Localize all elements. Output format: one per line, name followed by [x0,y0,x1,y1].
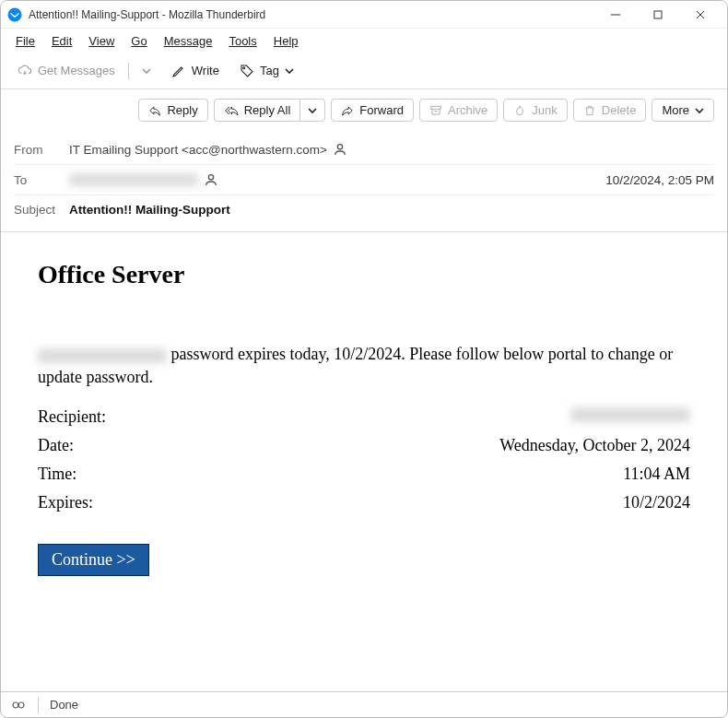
from-row: From IT Emailing Support <acc@northwaste… [14,136,714,162]
reply-icon [148,104,161,117]
message-body: Office Server password expires today, 10… [1,232,727,620]
from-label: From [14,143,69,157]
info-expires: Expires: 10/2/2024 [38,493,690,512]
archive-button[interactable]: Archive [419,99,498,122]
divider [128,63,129,79]
forward-icon [341,104,354,117]
reply-all-group: Reply All [214,99,326,122]
subject-label: Subject [14,203,69,217]
chevron-down-icon [308,106,317,115]
thunderbird-icon [6,6,23,23]
contact-icon [333,142,347,157]
svg-rect-2 [654,11,662,18]
menu-message[interactable]: Message [157,30,220,52]
menu-tools[interactable]: Tools [221,30,264,52]
expires-value: 10/2/2024 [623,493,690,512]
divider [14,164,714,165]
svg-point-8 [208,175,213,180]
svg-rect-6 [431,106,441,109]
status-text: Done [50,698,78,712]
divider [38,697,39,713]
more-label: More [662,103,689,117]
download-cloud-icon [18,64,32,78]
menu-view[interactable]: View [81,30,122,52]
maximize-button[interactable] [637,1,679,29]
tag-icon [240,64,254,78]
write-button[interactable]: Write [164,60,227,82]
recipient-label: Recipient: [38,407,106,427]
menu-help[interactable]: Help [266,30,306,52]
svg-point-7 [337,145,342,149]
message-action-bar: Reply Reply All Forward Archive Junk Del… [1,89,727,131]
status-bar: Done [1,691,727,717]
to-value[interactable] [69,172,605,187]
forward-button[interactable]: Forward [331,99,414,122]
minimize-button[interactable] [594,1,637,29]
tag-button[interactable]: Tag [232,60,301,82]
time-label: Time: [38,465,76,484]
time-value: 11:04 AM [623,465,690,484]
reply-all-label: Reply All [244,103,291,117]
archive-icon [429,104,442,117]
trash-icon [583,104,596,117]
to-row: To 10/2/2024, 2:05 PM [14,167,714,193]
titlebar: Attention!! Mailing-Support - Mozilla Th… [1,1,727,29]
reply-button[interactable]: Reply [138,99,207,122]
info-recipient: Recipient: [38,407,690,427]
app-window: Attention!! Mailing-Support - Mozilla Th… [0,0,728,718]
reply-all-icon [224,104,239,117]
forward-label: Forward [359,103,404,117]
get-messages-button[interactable]: Get Messages [10,60,123,82]
redacted-recipient [69,173,198,186]
contact-icon [204,172,218,187]
close-button[interactable] [679,1,722,29]
redacted-username [38,348,167,363]
delete-button[interactable]: Delete [573,99,647,122]
svg-point-0 [8,7,22,21]
junk-button[interactable]: Junk [503,99,567,122]
subject-value: Attention!! Mailing-Support [69,203,714,217]
junk-label: Junk [532,103,557,117]
divider [14,194,714,195]
message-body-area: pcrisk.com Office Server password expire… [1,231,727,691]
info-date: Date: Wednesday, October 2, 2024 [38,436,690,455]
from-value[interactable]: IT Emailing Support <acc@northwastern.co… [69,142,714,157]
menubar: File Edit View Go Message Tools Help [1,29,727,53]
menu-edit[interactable]: Edit [44,30,79,52]
flame-icon [513,104,526,117]
message-headers: From IT Emailing Support <acc@northwaste… [1,131,727,231]
chevron-down-icon [695,106,704,115]
tag-label: Tag [260,64,279,77]
online-status-icon [10,699,27,712]
reply-all-dropdown[interactable] [299,99,325,122]
more-button[interactable]: More [652,99,714,122]
info-time: Time: 11:04 AM [38,465,690,484]
message-date: 10/2/2024, 2:05 PM [605,173,714,187]
get-messages-dropdown[interactable] [135,63,159,79]
menu-file[interactable]: File [8,30,42,52]
menu-go[interactable]: Go [123,30,154,52]
continue-button[interactable]: Continue >> [38,544,149,576]
delete-label: Delete [602,103,637,117]
date-value: Wednesday, October 2, 2024 [499,436,690,455]
write-label: Write [192,64,219,77]
window-title: Attention!! Mailing-Support - Mozilla Th… [29,8,594,21]
reply-all-button[interactable]: Reply All [214,99,300,122]
reply-label: Reply [167,103,197,117]
toolbar: Get Messages Write Tag [1,53,727,89]
chevron-down-icon [142,66,151,76]
svg-point-5 [243,66,245,68]
to-label: To [14,173,69,187]
date-label: Date: [38,436,74,455]
subject-row: Subject Attention!! Mailing-Support [14,197,714,222]
archive-label: Archive [448,103,487,117]
get-messages-label: Get Messages [38,64,115,77]
body-lead-text: password expires today, 10/2/2024. Pleas… [38,343,690,389]
body-title: Office Server [38,260,690,289]
body-content-box: password expires today, 10/2/2024. Pleas… [38,326,690,593]
chevron-down-icon [285,66,294,76]
expires-label: Expires: [38,493,93,512]
redacted-recipient-value [570,407,690,422]
window-controls [594,1,722,29]
pencil-icon [171,64,186,78]
